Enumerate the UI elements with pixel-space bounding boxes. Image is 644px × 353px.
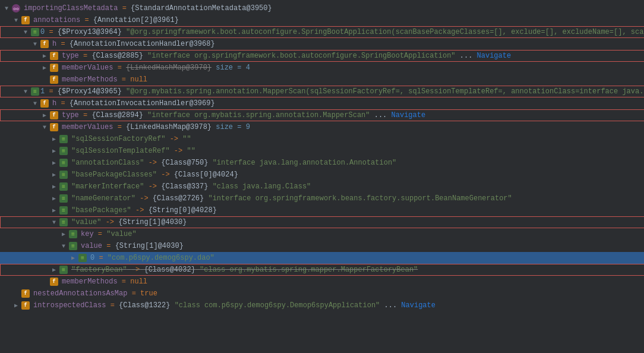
tree-row[interactable]: ≡1 = {$Proxy14@3965} "@org.mybatis.sprin… (0, 86, 644, 97)
entry-icon: ≡ (59, 182, 68, 191)
tree-toggle[interactable] (50, 182, 58, 191)
row-content: "markerInterface" -> {Class@337} "class … (71, 182, 311, 191)
tree-row[interactable]: ≡"basePackageClasses" -> {Class[0]@4024} (0, 169, 644, 181)
tree-toggle[interactable] (40, 52, 49, 60)
tree-toggle[interactable] (59, 230, 68, 238)
tree-row[interactable]: ≡"sqlSessionTemplateRef" -> "" (0, 145, 644, 157)
tree-toggle[interactable] (21, 28, 30, 36)
row-content: memberValues = {LinkedHashMap@3978} size… (62, 123, 250, 131)
tree-toggle[interactable] (69, 254, 77, 262)
row-content: 0 = "com.p6spy.demog6spy.dao" (90, 254, 214, 262)
row-content: "sqlSessionTemplateRef" -> "" (71, 147, 195, 155)
tree-row[interactable]: ≡key = "value" (0, 228, 644, 240)
tree-toggle[interactable] (2, 4, 11, 12)
row-content: "sqlSessionFactoryRef" -> "" (71, 135, 191, 143)
tree-row[interactable]: fh = {AnnotationInvocationHandler@3968} (0, 38, 644, 50)
tree-toggle[interactable] (12, 289, 20, 298)
field-icon: f (50, 123, 58, 131)
row-content: 0 = {$Proxy13@3964} "@org.springframewor… (40, 28, 644, 36)
entry-icon: ≡ (31, 87, 39, 96)
field-icon: f (50, 64, 58, 72)
tree-toggle[interactable] (40, 278, 49, 286)
tree-row[interactable]: ≡"nameGenerator" -> {Class@2726} "interf… (0, 193, 644, 204)
debugger-panel[interactable]: ooimportingClassMetadata = {StandardAnno… (0, 0, 644, 353)
row-content: memberMethods = null (62, 278, 147, 286)
tree-row[interactable]: fintrospectedClass = {Class@1322} "class… (0, 300, 644, 311)
tree-row[interactable]: fmemberValues = {LinkedHashMap@3978} siz… (0, 121, 644, 133)
tree-row[interactable]: ≡"value" -> {String[1]@4030} (0, 216, 644, 228)
tree-toggle[interactable] (12, 301, 20, 310)
tree-toggle[interactable] (40, 111, 49, 119)
field-icon: f (50, 52, 58, 60)
row-content: introspectedClass = {Class@1322} "class … (33, 301, 435, 310)
row-content: memberValues = {LinkedHashMap@3970} size… (62, 64, 250, 72)
tree-toggle[interactable] (40, 64, 49, 72)
row-content: "nameGenerator" -> {Class@2726} "interfa… (71, 194, 512, 203)
field-icon: f (40, 99, 49, 108)
tree-row[interactable]: fannotations = {Annotation[2]@3961} (0, 14, 644, 26)
field-icon: f (21, 16, 30, 24)
tree-toggle[interactable] (21, 87, 30, 96)
tree-toggle[interactable] (50, 218, 58, 226)
row-content: value = {String[1]@4030} (81, 242, 184, 250)
row-content: "basePackageClasses" -> {Class[0]@4024} (71, 171, 238, 179)
tree-row[interactable]: ≡0 = {$Proxy13@3964} "@org.springframewo… (0, 26, 644, 38)
row-content: annotations = {Annotation[2]@3961} (33, 16, 179, 24)
field-icon: f (21, 301, 30, 310)
tree-row[interactable]: fmemberValues = {LinkedHashMap@3970} siz… (0, 62, 644, 74)
tree-row[interactable]: fh = {AnnotationInvocationHandler@3969} (0, 97, 644, 109)
field-icon: f (21, 289, 30, 298)
tree-row[interactable]: ftype = {Class@2894} "interface org.myba… (0, 109, 644, 121)
entry-icon: ≡ (59, 206, 68, 215)
row-content: importingClassMetadata = {StandardAnnota… (24, 4, 272, 12)
tree-row[interactable]: ≡"markerInterface" -> {Class@337} "class… (0, 181, 644, 193)
tree-toggle[interactable] (40, 75, 49, 84)
tree-toggle[interactable] (50, 135, 58, 143)
entry-icon: ≡ (69, 230, 77, 238)
entry-icon: ≡ (59, 135, 68, 143)
row-content: h = {AnnotationInvocationHandler@3969} (52, 99, 215, 108)
field-icon: f (40, 40, 49, 48)
tree-toggle[interactable] (31, 40, 39, 48)
tree-toggle[interactable] (50, 159, 58, 167)
tree-row[interactable]: fmemberMethods = null (0, 276, 644, 288)
tree-row[interactable]: ≡"sqlSessionFactoryRef" -> "" (0, 133, 644, 145)
tree-container: ooimportingClassMetadata = {StandardAnno… (0, 0, 644, 314)
entry-icon: ≡ (59, 171, 68, 179)
entry-icon: ≡ (59, 266, 68, 274)
entry-icon: ≡ (78, 254, 87, 262)
tree-toggle[interactable] (59, 242, 68, 250)
tree-row[interactable]: ≡"annotationClass" -> {Class@750} "inter… (0, 157, 644, 169)
field-icon: f (50, 75, 58, 84)
tree-row[interactable]: ≡"basePackages" -> {String[0]@4028} (0, 204, 644, 216)
field-icon: f (50, 111, 58, 119)
tree-toggle[interactable] (31, 99, 39, 108)
tree-row[interactable]: ≡"factoryBean" -> {Class@4032} "class or… (0, 264, 644, 276)
row-content: type = {Class@2885} "interface org.sprin… (62, 52, 511, 60)
row-content: nestedAnnotationsAsMap = true (33, 289, 157, 298)
tree-toggle[interactable] (50, 206, 58, 215)
row-content: h = {AnnotationInvocationHandler@3968} (52, 40, 215, 48)
tree-toggle[interactable] (50, 147, 58, 155)
tree-toggle[interactable] (40, 123, 49, 131)
tree-row[interactable]: ≡0 = "com.p6spy.demog6spy.dao" (0, 252, 644, 264)
row-content: memberMethods = null (62, 75, 147, 84)
tree-row[interactable]: fnestedAnnotationsAsMap = true (0, 288, 644, 300)
row-content: type = {Class@2894} "interface org.mybat… (62, 111, 425, 119)
row-content: "factoryBean" -> {Class@4032} "class org… (71, 266, 418, 274)
tree-row[interactable]: fmemberMethods = null (0, 74, 644, 86)
tree-row[interactable]: ooimportingClassMetadata = {StandardAnno… (0, 2, 644, 14)
tree-toggle[interactable] (50, 171, 58, 179)
object-icon: oo (12, 4, 20, 12)
row-content: key = "value" (81, 230, 137, 238)
tree-row[interactable]: ftype = {Class@2885} "interface org.spri… (0, 50, 644, 62)
tree-toggle[interactable] (12, 16, 20, 24)
tree-toggle[interactable] (50, 266, 58, 274)
entry-icon: ≡ (59, 194, 68, 203)
entry-icon: ≡ (69, 242, 77, 250)
row-content: "annotationClass" -> {Class@750} "interf… (71, 159, 396, 167)
row-content: 1 = {$Proxy14@3965} "@org.mybatis.spring… (40, 87, 644, 96)
tree-row[interactable]: ≡value = {String[1]@4030} (0, 240, 644, 252)
row-content: "basePackages" -> {String[0]@4028} (71, 206, 217, 215)
tree-toggle[interactable] (50, 194, 58, 203)
